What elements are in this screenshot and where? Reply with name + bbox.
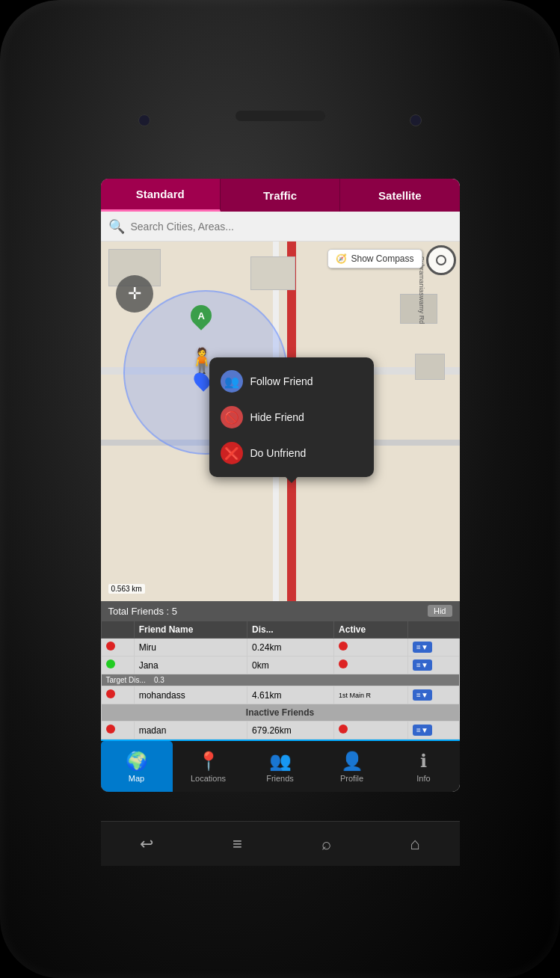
tab-map[interactable]: 🌍 Map bbox=[101, 741, 173, 792]
compass-icon: 🧭 bbox=[336, 253, 347, 264]
friend-menu-btn[interactable]: ≡▼ bbox=[413, 642, 432, 653]
context-menu: 👥 Follow Friend 🚫 Hide Friend ❌ Do Unfri… bbox=[209, 357, 374, 477]
info-tab-icon: ℹ bbox=[420, 751, 427, 772]
phone-camera-left bbox=[138, 114, 150, 126]
marker-a: A bbox=[191, 305, 212, 332]
total-friends-label: Total Friends : 5 bbox=[108, 606, 178, 617]
profile-tab-icon: 👤 bbox=[341, 751, 363, 772]
map-area: Subramaniaswamy Rd 🧭 Show Compass ✛ bbox=[101, 242, 460, 601]
phone-nav-bar: ↩ ≡ ⌕ ⌂ bbox=[101, 821, 460, 866]
col-status bbox=[101, 621, 134, 639]
tab-traffic[interactable]: Traffic bbox=[221, 179, 340, 212]
phone-camera-right bbox=[410, 114, 422, 126]
table-row: mohandass 4.61km 1st Main R ≡▼ bbox=[101, 686, 459, 704]
tab-profile[interactable]: 👤 Profile bbox=[316, 741, 388, 792]
status-dot bbox=[339, 642, 348, 651]
search-bar: 🔍 bbox=[101, 212, 460, 242]
tab-satellite[interactable]: Satellite bbox=[340, 179, 459, 212]
bottom-tab-bar: 🌍 Map 📍 Locations 👥 Friends 👤 Profile ℹ bbox=[101, 739, 460, 792]
tab-locations[interactable]: 📍 Locations bbox=[173, 741, 244, 792]
navigation-cross[interactable]: ✛ bbox=[116, 275, 153, 313]
map-type-tabs: Standard Traffic Satellite bbox=[101, 179, 460, 212]
search-input[interactable] bbox=[131, 221, 452, 233]
hide-button[interactable]: Hid bbox=[428, 605, 452, 617]
home-button[interactable]: ⌂ bbox=[410, 834, 419, 854]
friend-menu-btn[interactable]: ≡▼ bbox=[413, 659, 432, 671]
back-button[interactable]: ↩ bbox=[140, 834, 153, 854]
friend-menu-btn[interactable]: ≡▼ bbox=[413, 689, 432, 701]
status-dot-red bbox=[106, 689, 115, 698]
inactive-section-header: Inactive Friends bbox=[101, 704, 459, 722]
tab-standard[interactable]: Standard bbox=[101, 179, 221, 212]
show-compass-button[interactable]: 🧭 Show Compass bbox=[327, 249, 422, 268]
phone-speaker bbox=[236, 111, 325, 121]
status-dot-green bbox=[106, 659, 115, 668]
search-button[interactable]: ⌕ bbox=[321, 834, 331, 854]
menu-button[interactable]: ≡ bbox=[233, 834, 242, 854]
friend-menu-btn[interactable]: ≡▼ bbox=[413, 725, 432, 736]
unfriend-icon: ❌ bbox=[221, 442, 243, 464]
col-action bbox=[408, 621, 459, 639]
context-hide-friend[interactable]: 🚫 Hide Friend bbox=[209, 399, 374, 435]
friends-table: Friend Name Dis... Active Miru 0.24km bbox=[101, 621, 460, 739]
context-do-unfriend[interactable]: ❌ Do Unfriend bbox=[209, 435, 374, 471]
crosshair-icon: ✛ bbox=[128, 284, 141, 304]
status-dot-red bbox=[106, 642, 115, 651]
compass-target-button[interactable] bbox=[426, 245, 456, 275]
col-name: Friend Name bbox=[134, 621, 247, 639]
col-active: Active bbox=[334, 621, 408, 639]
phone-device: Standard Traffic Satellite 🔍 bbox=[0, 0, 560, 978]
friends-header: Total Friends : 5 Hid bbox=[101, 601, 460, 621]
friends-header-controls: Hid bbox=[428, 605, 452, 617]
table-row: Miru 0.24km ≡▼ bbox=[101, 639, 459, 656]
table-row: Jana 0km ≡▼ bbox=[101, 656, 459, 674]
context-follow-friend[interactable]: 👥 Follow Friend bbox=[209, 363, 374, 399]
compass-inner-ring bbox=[436, 255, 446, 265]
marker-a-pin: A bbox=[186, 301, 216, 330]
col-dist: Dis... bbox=[247, 621, 334, 639]
locations-tab-icon: 📍 bbox=[197, 751, 220, 772]
phone-screen: Standard Traffic Satellite 🔍 bbox=[101, 179, 460, 792]
tab-info[interactable]: ℹ Info bbox=[388, 741, 460, 792]
status-dot bbox=[339, 725, 348, 734]
friends-panel: Total Friends : 5 Hid Friend Name Dis...… bbox=[101, 601, 460, 739]
hide-friend-icon: 🚫 bbox=[221, 406, 243, 428]
map-tab-icon: 🌍 bbox=[126, 751, 148, 772]
follow-friend-icon: 👥 bbox=[221, 370, 243, 393]
tab-friends[interactable]: 👥 Friends bbox=[244, 741, 316, 792]
app-container: Standard Traffic Satellite 🔍 bbox=[101, 179, 460, 792]
friends-tab-icon: 👥 bbox=[269, 751, 292, 772]
distance-label: 0.563 km bbox=[108, 584, 145, 594]
search-icon: 🔍 bbox=[108, 218, 125, 235]
table-row: madan 679.26km ≡▼ bbox=[101, 722, 459, 739]
status-dot-red bbox=[106, 725, 115, 734]
status-dot bbox=[339, 659, 348, 668]
target-dist-row: Target Dis... 0.3 bbox=[101, 674, 459, 686]
